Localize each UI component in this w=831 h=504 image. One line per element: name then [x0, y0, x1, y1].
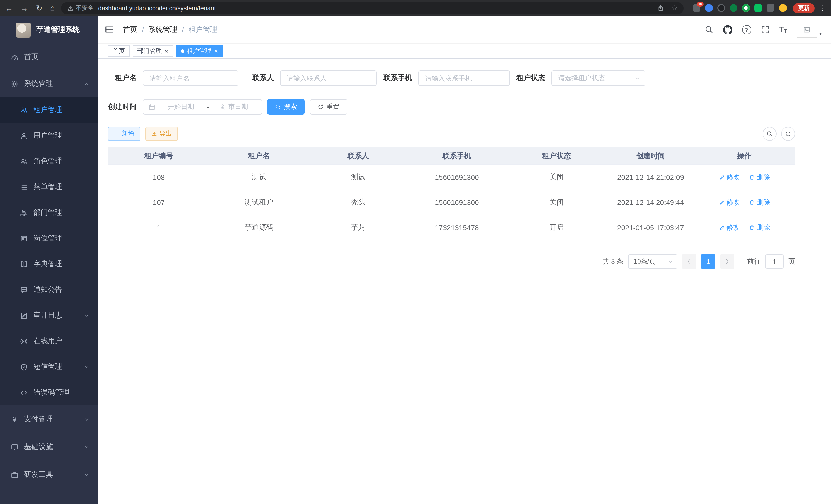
forward-icon[interactable]: →	[21, 4, 28, 12]
delete-link[interactable]: 删除	[749, 198, 770, 207]
add-button[interactable]: 新增	[108, 127, 140, 141]
user-avatar[interactable]: ▾	[797, 22, 822, 37]
refresh-button[interactable]	[781, 127, 795, 141]
start-date-placeholder: 开始日期	[159, 102, 203, 112]
bookmark-star-icon[interactable]: ☆	[671, 4, 677, 12]
breadcrumb-home[interactable]: 首页	[123, 25, 137, 34]
code-icon	[20, 389, 28, 396]
extension-icon-8[interactable]	[779, 4, 787, 12]
export-button[interactable]: 导出	[145, 127, 178, 141]
page-unit-label: 页	[789, 257, 795, 266]
chevron-down-icon	[635, 75, 640, 81]
broadcast-icon	[20, 337, 28, 345]
help-icon[interactable]: ?	[742, 25, 751, 34]
chevron-down-icon	[84, 416, 89, 422]
puzzle-extension-icon[interactable]	[767, 4, 774, 12]
address-bar[interactable]: 不安全 dashboard.yudao.iocoder.cn/system/te…	[61, 2, 684, 14]
sidebar-item-menus[interactable]: 菜单管理	[0, 174, 98, 200]
sidebar-item-home[interactable]: 首页	[0, 44, 98, 70]
tenants-icon	[20, 106, 28, 114]
security-warning-icon	[67, 5, 73, 11]
browser-menu-icon[interactable]: ⋮	[819, 4, 826, 12]
tab-home[interactable]: 首页	[108, 45, 130, 57]
avatar-image-placeholder	[797, 22, 818, 37]
fullscreen-icon[interactable]	[761, 25, 769, 34]
header-search-icon[interactable]	[704, 25, 713, 34]
goto-page-input[interactable]	[765, 254, 784, 269]
col-tenant-name: 租户名	[210, 147, 308, 165]
extension-icon-5[interactable]	[742, 4, 750, 12]
breadcrumb-system[interactable]: 系统管理	[148, 25, 177, 34]
contact-input[interactable]	[280, 70, 377, 86]
prev-page-button[interactable]	[682, 254, 696, 269]
back-icon[interactable]: ←	[5, 4, 13, 12]
extension-badge: 10	[697, 2, 704, 7]
delete-link[interactable]: 删除	[749, 223, 770, 232]
tab-tenant[interactable]: 租户管理 ×	[176, 45, 223, 57]
caret-down-icon: ▾	[820, 32, 822, 36]
sidebar-item-error-code[interactable]: 错误码管理	[0, 380, 98, 405]
search-button[interactable]: 搜索	[267, 99, 305, 115]
github-icon[interactable]	[723, 25, 732, 34]
sidebar-submenu-system: 租户管理 用户管理 角色管理	[0, 97, 98, 405]
tenant-page: 租户名 联系人 联系手机 租户状态	[98, 59, 831, 504]
reset-button[interactable]: 重置	[310, 99, 347, 115]
next-page-button[interactable]	[720, 254, 735, 269]
extension-icon-1[interactable]: 10	[693, 4, 700, 12]
goto-label: 前往	[747, 257, 761, 266]
sidebar-item-posts[interactable]: 岗位管理	[0, 226, 98, 251]
sidebar-item-departments[interactable]: 部门管理	[0, 200, 98, 226]
col-created: 创建时间	[607, 147, 694, 165]
extension-icon-6[interactable]	[754, 4, 762, 12]
end-date-placeholder: 结束日期	[213, 102, 256, 112]
chevron-down-icon	[84, 472, 89, 478]
chevron-down-icon	[667, 259, 673, 264]
sidebar-group-system[interactable]: 系统管理	[0, 70, 98, 97]
page-number-1[interactable]: 1	[701, 254, 715, 269]
edit-link[interactable]: 修改	[719, 223, 740, 232]
toggle-search-button[interactable]	[763, 127, 776, 141]
sidebar-item-sms[interactable]: 短信管理	[0, 354, 98, 380]
sidebar-toggle-icon[interactable]	[105, 25, 114, 34]
sidebar-item-users[interactable]: 用户管理	[0, 123, 98, 148]
edit-link[interactable]: 修改	[719, 173, 740, 182]
tab-dept[interactable]: 部门管理 ×	[133, 45, 173, 57]
chevron-down-icon	[84, 364, 89, 369]
sidebar-item-dict[interactable]: 字典管理	[0, 251, 98, 277]
extension-icon-4[interactable]	[730, 4, 738, 12]
breadcrumb: 首页 / 系统管理 / 租户管理	[123, 25, 218, 34]
edit-link[interactable]: 修改	[719, 198, 740, 207]
sidebar-item-notice[interactable]: 通知公告	[0, 277, 98, 303]
home-icon[interactable]: ⌂	[50, 4, 55, 12]
sidebar-item-tenant[interactable]: 租户管理	[0, 97, 98, 123]
sidebar-item-online-users[interactable]: 在线用户	[0, 328, 98, 354]
sidebar-group-payment[interactable]: ¥ 支付管理	[0, 405, 98, 433]
sidebar-group-dev-tools[interactable]: 研发工具	[0, 461, 98, 488]
user-icon	[20, 132, 28, 140]
share-icon[interactable]	[658, 5, 664, 11]
phone-label: 联系手机	[383, 73, 412, 83]
menu-list-icon	[20, 183, 28, 191]
sidebar-item-roles[interactable]: 角色管理	[0, 148, 98, 174]
close-icon[interactable]: ×	[165, 48, 168, 54]
sidebar-item-audit-log[interactable]: 审计日志	[0, 303, 98, 328]
tenant-name-input[interactable]	[143, 70, 238, 86]
extension-icon-3[interactable]	[717, 4, 725, 12]
status-select[interactable]: 请选择租户状态	[551, 70, 646, 86]
sidebar-group-infrastructure[interactable]: 基础设施	[0, 433, 98, 461]
chevron-down-icon	[84, 313, 89, 318]
book-icon	[20, 260, 28, 268]
table-header-row: 租户编号 租户名 联系人 联系手机 租户状态 创建时间 操作	[108, 147, 795, 165]
extension-icon-2[interactable]	[705, 4, 713, 12]
date-range-picker[interactable]: 开始日期 - 结束日期	[143, 99, 262, 115]
phone-input[interactable]	[418, 70, 510, 86]
delete-link[interactable]: 删除	[749, 173, 770, 182]
reload-icon[interactable]: ↻	[36, 4, 42, 12]
shield-icon	[20, 363, 28, 371]
col-contact: 联系人	[308, 147, 408, 165]
browser-update-button[interactable]: 更新	[793, 3, 814, 13]
close-icon[interactable]: ×	[214, 48, 218, 54]
tags-view: 首页 部门管理 × 租户管理 ×	[98, 44, 831, 59]
font-size-icon[interactable]: TT	[779, 25, 787, 34]
page-size-select[interactable]: 10条/页	[628, 254, 677, 269]
